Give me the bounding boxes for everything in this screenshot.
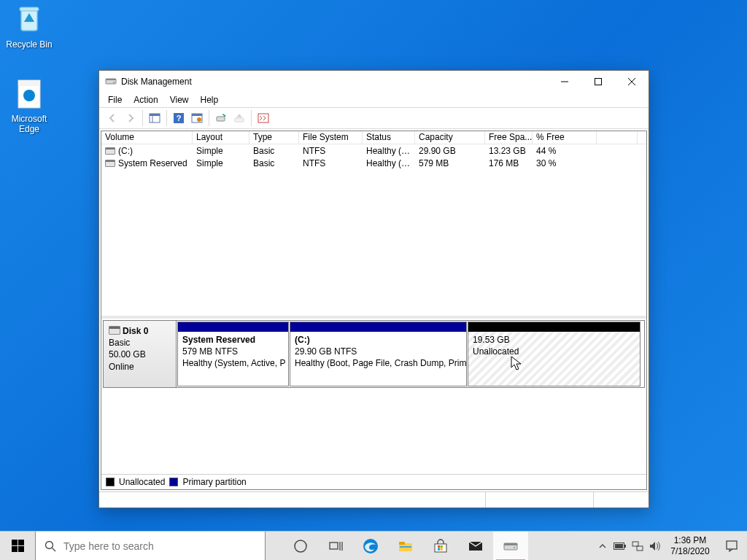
volume-list-header: Volume Layout Type File System Status Ca… bbox=[101, 131, 646, 144]
svg-rect-4 bbox=[18, 80, 40, 86]
svg-rect-39 bbox=[441, 548, 443, 550]
menu-file[interactable]: File bbox=[102, 95, 128, 105]
tray-overflow[interactable] bbox=[594, 532, 611, 561]
disk-management-window: Disk Management File Action View Help ? bbox=[98, 70, 649, 508]
tray-clock[interactable]: 1:36 PM 7/18/2020 bbox=[664, 535, 716, 557]
svg-rect-28 bbox=[330, 542, 338, 549]
svg-rect-33 bbox=[399, 542, 405, 545]
svg-point-5 bbox=[23, 90, 35, 101]
taskbar-file-explorer[interactable] bbox=[388, 532, 423, 561]
statusbar bbox=[99, 491, 649, 508]
settings-button[interactable] bbox=[188, 109, 206, 127]
legend-label-unallocated: Unallocated bbox=[119, 477, 165, 487]
svg-rect-46 bbox=[615, 544, 623, 548]
close-button[interactable] bbox=[615, 71, 649, 93]
svg-rect-36 bbox=[438, 545, 440, 548]
svg-rect-35 bbox=[435, 544, 446, 552]
svg-rect-19 bbox=[192, 114, 202, 116]
svg-rect-45 bbox=[624, 545, 626, 548]
svg-point-25 bbox=[46, 541, 53, 548]
taskbar-store[interactable] bbox=[423, 532, 458, 561]
col-volume[interactable]: Volume bbox=[101, 131, 193, 144]
desktop-icon-recycle-bin[interactable]: Recycle Bin bbox=[1, 3, 57, 50]
menu-action[interactable]: Action bbox=[128, 95, 163, 105]
show-hide-console-tree-button[interactable] bbox=[146, 109, 163, 127]
drive-icon bbox=[105, 147, 115, 155]
refresh-button[interactable] bbox=[212, 109, 230, 127]
col-freespace[interactable]: Free Spa... bbox=[485, 131, 533, 144]
tray-volume-icon[interactable] bbox=[646, 532, 664, 561]
svg-line-26 bbox=[53, 548, 56, 551]
col-status[interactable]: Status bbox=[363, 131, 415, 144]
svg-rect-21 bbox=[217, 117, 225, 121]
desktop-icon-label: Recycle Bin bbox=[6, 39, 52, 50]
col-pctfree[interactable]: % Free bbox=[533, 131, 597, 144]
taskbar-disk-management[interactable] bbox=[493, 532, 528, 561]
back-button bbox=[104, 109, 121, 127]
recycle-bin-icon bbox=[12, 3, 46, 36]
volume-row[interactable]: System ReservedSimpleBasicNTFSHealthy (S… bbox=[101, 157, 646, 169]
svg-rect-24 bbox=[258, 114, 268, 122]
legend-swatch-unallocated bbox=[106, 478, 115, 486]
svg-point-20 bbox=[197, 117, 201, 122]
col-type[interactable]: Type bbox=[249, 131, 299, 144]
svg-rect-49 bbox=[727, 541, 737, 549]
volume-row[interactable]: (C:)SimpleBasicNTFSHealthy (B...29.90 GB… bbox=[101, 144, 646, 157]
legend-swatch-primary bbox=[169, 478, 178, 486]
svg-point-27 bbox=[295, 540, 306, 552]
svg-rect-42 bbox=[504, 543, 517, 545]
legend-label-primary: Primary partition bbox=[182, 477, 246, 487]
taskbar-task-view[interactable] bbox=[318, 532, 353, 561]
drive-icon bbox=[105, 160, 115, 167]
svg-rect-48 bbox=[637, 546, 643, 551]
desktop-icon-label: Microsoft Edge bbox=[12, 114, 47, 134]
svg-rect-10 bbox=[595, 79, 602, 85]
col-capacity[interactable]: Capacity bbox=[415, 131, 485, 144]
search-box[interactable]: Type here to search bbox=[35, 532, 266, 561]
search-icon bbox=[44, 540, 56, 552]
search-placeholder: Type here to search bbox=[63, 540, 154, 552]
tray-network-icon[interactable] bbox=[629, 532, 646, 561]
start-button[interactable] bbox=[0, 532, 35, 561]
tray-battery-icon[interactable] bbox=[611, 532, 629, 561]
help-button[interactable]: ? bbox=[170, 109, 187, 127]
toolbar: ? bbox=[99, 107, 649, 129]
svg-rect-34 bbox=[400, 546, 411, 548]
tray-action-center[interactable] bbox=[716, 532, 747, 561]
taskbar-mail[interactable] bbox=[458, 532, 493, 561]
svg-marker-23 bbox=[236, 114, 242, 117]
col-layout[interactable]: Layout bbox=[193, 131, 249, 144]
forward-button bbox=[122, 109, 139, 127]
svg-rect-7 bbox=[106, 79, 116, 80]
taskbar-edge[interactable] bbox=[353, 532, 388, 561]
svg-rect-22 bbox=[235, 118, 244, 122]
legend: Unallocated Primary partition bbox=[101, 474, 646, 489]
col-filesystem[interactable]: File System bbox=[299, 131, 363, 144]
disk-icon bbox=[109, 326, 120, 335]
svg-rect-2 bbox=[20, 7, 39, 11]
menu-help[interactable]: Help bbox=[195, 95, 225, 105]
window-title: Disk Management bbox=[121, 77, 192, 87]
partition-primary[interactable]: System Reserved579 MB NTFSHealthy (Syste… bbox=[177, 322, 289, 386]
svg-rect-37 bbox=[441, 545, 443, 548]
taskbar-cortana[interactable] bbox=[283, 532, 318, 561]
disk-graphical-view[interactable]: Disk 0 Basic 50.00 GB Online System Rese… bbox=[101, 319, 646, 474]
app-icon bbox=[105, 76, 117, 88]
partition-unallocated[interactable]: 19.53 GBUnallocated bbox=[468, 322, 640, 386]
svg-text:?: ? bbox=[177, 114, 182, 122]
edge-icon bbox=[12, 77, 46, 111]
svg-point-43 bbox=[514, 547, 515, 548]
partition-primary[interactable]: (C:)29.90 GB NTFSHealthy (Boot, Page Fil… bbox=[290, 322, 467, 386]
titlebar[interactable]: Disk Management bbox=[99, 71, 649, 93]
minimize-button[interactable] bbox=[548, 71, 581, 93]
col-spacer[interactable] bbox=[597, 131, 638, 144]
desktop-icon-edge[interactable]: Microsoft Edge bbox=[1, 77, 57, 135]
svg-rect-14 bbox=[150, 114, 160, 116]
properties-button[interactable] bbox=[255, 109, 272, 127]
menu-view[interactable]: View bbox=[164, 95, 195, 105]
volume-list[interactable]: Volume Layout Type File System Status Ca… bbox=[101, 131, 646, 316]
disk-label[interactable]: Disk 0 Basic 50.00 GB Online bbox=[104, 321, 177, 387]
eject-button bbox=[231, 109, 248, 127]
maximize-button[interactable] bbox=[581, 71, 615, 93]
menubar: File Action View Help bbox=[99, 93, 649, 107]
